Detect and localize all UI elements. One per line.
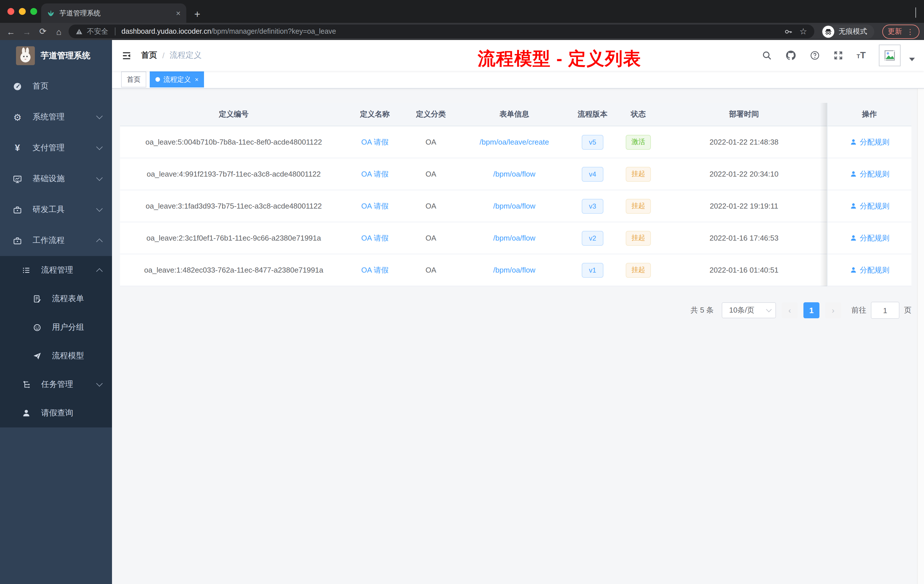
sidebar-item-label: 请假查询 [41, 408, 102, 418]
page-suffix-label: 页 [904, 305, 911, 315]
sidebar-item-task-management[interactable]: 任务管理 [0, 370, 112, 399]
sidebar-item-system[interactable]: ⚙ 系统管理 [0, 102, 112, 133]
chevron-down-icon [96, 144, 103, 150]
font-size-icon[interactable]: TT [856, 50, 866, 61]
assign-rule-link[interactable]: 分配规则 [850, 169, 889, 179]
sidebar-fold-icon[interactable] [121, 50, 132, 61]
status-badge: 挂起 [626, 199, 651, 213]
page-number-button[interactable]: 1 [804, 302, 819, 318]
tab-search-chevron-icon[interactable] [916, 7, 916, 18]
breadcrumb-home[interactable]: 首页 [141, 50, 157, 61]
sidebar-item-user-group[interactable]: 用户分组 [0, 313, 112, 342]
sidebar-item-workflow[interactable]: 工作流程 [0, 225, 112, 256]
definition-name-link[interactable]: OA 请假 [361, 169, 388, 179]
tag-close-icon[interactable]: × [195, 76, 198, 83]
sidebar-item-home[interactable]: 首页 [0, 71, 112, 102]
key-icon[interactable] [784, 27, 792, 36]
column-header: 定义名称 [347, 103, 402, 126]
sidebar-item-label: 流程模型 [52, 351, 102, 361]
fullscreen-icon[interactable] [833, 50, 843, 61]
reload-button[interactable]: ⟳ [36, 26, 49, 36]
logo-rabbit-avatar [16, 46, 35, 65]
page-size-value: 10条/页 [729, 305, 764, 315]
new-tab-button[interactable]: + [194, 9, 200, 20]
definition-name-link[interactable]: OA 请假 [361, 233, 388, 243]
column-header: 流程版本 [569, 103, 616, 126]
window-zoom-button[interactable] [30, 8, 37, 15]
definition-category: OA [402, 158, 459, 190]
browser-menu-icon[interactable]: ⋮ [907, 27, 914, 36]
sidebar-item-infra[interactable]: 基础设施 [0, 163, 112, 194]
incognito-badge: 无痕模式 [821, 24, 874, 39]
sidebar-item-process-management[interactable]: 流程管理 [0, 256, 112, 285]
sidebar-item-leave-query[interactable]: 请假查询 [0, 399, 112, 427]
browser-tab[interactable]: 芋道管理系统 × [41, 3, 186, 23]
definition-id: oa_leave:1:482ec033-762a-11ec-8477-a2380… [120, 254, 347, 286]
breadcrumb-current: 流程定义 [170, 50, 202, 61]
yen-icon: ¥ [12, 143, 23, 153]
column-header: 表单信息 [459, 103, 569, 126]
sidebar-item-process-model[interactable]: 流程模型 [0, 342, 112, 370]
avatar-caret-icon[interactable] [909, 58, 915, 61]
avatar[interactable] [879, 45, 901, 66]
tab-close-icon[interactable]: × [176, 8, 181, 18]
browser-update-button[interactable]: 更新 ⋮ [882, 24, 919, 39]
form-link[interactable]: /bpm/oa/flow [493, 266, 535, 274]
form-link[interactable]: /bpm/oa/leave/create [480, 138, 549, 146]
table-header-row: 定义编号 定义名称 定义分类 表单信息 流程版本 状态 部署时间 操作 [120, 103, 911, 126]
active-dot [155, 77, 160, 82]
back-button[interactable]: ← [5, 26, 17, 36]
status-badge: 挂起 [626, 262, 651, 277]
sidebar-logo[interactable]: 芋道管理系统 [0, 40, 112, 71]
process-definition-table: 定义编号 定义名称 定义分类 表单信息 流程版本 状态 部署时间 操作 oa_l… [120, 103, 911, 286]
definition-name-link[interactable]: OA 请假 [361, 201, 388, 211]
forward-button[interactable]: → [21, 26, 33, 36]
home-button[interactable]: ⌂ [53, 26, 65, 36]
tags-view-bar: 首页 流程定义 × [112, 71, 924, 89]
definition-id: oa_leave:4:991f2193-7b7f-11ec-a3c8-acde4… [120, 158, 347, 190]
sidebar: 芋道管理系统 首页 ⚙ 系统管理 ¥ 支付管理 [0, 40, 112, 584]
next-page-button[interactable]: › [825, 302, 841, 318]
sidebar-item-devtools[interactable]: 研发工具 [0, 194, 112, 225]
page-size-select[interactable]: 10条/页 [722, 302, 776, 318]
form-link[interactable]: /bpm/oa/flow [493, 234, 535, 242]
assign-rule-link[interactable]: 分配规则 [850, 233, 889, 243]
assign-rule-link[interactable]: 分配规则 [850, 137, 889, 147]
window-close-button[interactable] [7, 8, 14, 15]
main-area: 首页 / 流程定义 流程模型 - 定义列表 TT 首页 [112, 40, 924, 584]
tag-home[interactable]: 首页 [121, 71, 146, 87]
favicon-grass-icon [47, 9, 55, 17]
prev-page-button[interactable]: ‹ [782, 302, 798, 318]
goto-page-input[interactable] [871, 302, 899, 319]
window-minimize-button[interactable] [19, 8, 26, 15]
sidebar-item-payment[interactable]: ¥ 支付管理 [0, 133, 112, 163]
version-badge: v5 [582, 135, 604, 149]
form-link[interactable]: /bpm/oa/flow [493, 170, 535, 178]
search-icon[interactable] [762, 50, 772, 61]
sidebar-item-label: 支付管理 [33, 143, 97, 153]
person-icon [850, 266, 857, 274]
definition-name-link[interactable]: OA 请假 [361, 265, 388, 275]
incognito-label: 无痕模式 [838, 26, 867, 36]
github-icon[interactable] [785, 50, 797, 61]
form-link[interactable]: /bpm/oa/flow [493, 202, 535, 210]
tag-process-definition[interactable]: 流程定义 × [150, 71, 204, 87]
assign-rule-link[interactable]: 分配规则 [850, 265, 889, 275]
chevron-down-icon [96, 205, 103, 212]
sidebar-item-label: 流程管理 [41, 265, 97, 276]
sidebar-item-label: 流程表单 [52, 294, 102, 304]
help-icon[interactable] [810, 50, 820, 61]
assign-rule-link[interactable]: 分配规则 [850, 201, 889, 211]
deploy-time: 2022-01-22 19:19:11 [660, 190, 827, 222]
address-bar[interactable]: 不安全 dashboard.yudao.iocoder.cn/bpm/manag… [69, 25, 814, 38]
app-navbar: 首页 / 流程定义 流程模型 - 定义列表 TT [112, 40, 924, 71]
definition-name-link[interactable]: OA 请假 [361, 137, 388, 147]
sidebar-item-process-form[interactable]: 流程表单 [0, 285, 112, 313]
toolbox-icon [12, 205, 23, 214]
bookmark-star-icon[interactable]: ☆ [799, 26, 807, 36]
briefcase-icon [12, 236, 23, 246]
browser-tab-strip: 芋道管理系统 × + [0, 0, 924, 23]
scrollbar[interactable] [917, 89, 924, 584]
definition-id: oa_leave:2:3c1f0ef1-76b1-11ec-9c66-a2380… [120, 222, 347, 254]
document-edit-icon [31, 294, 42, 304]
